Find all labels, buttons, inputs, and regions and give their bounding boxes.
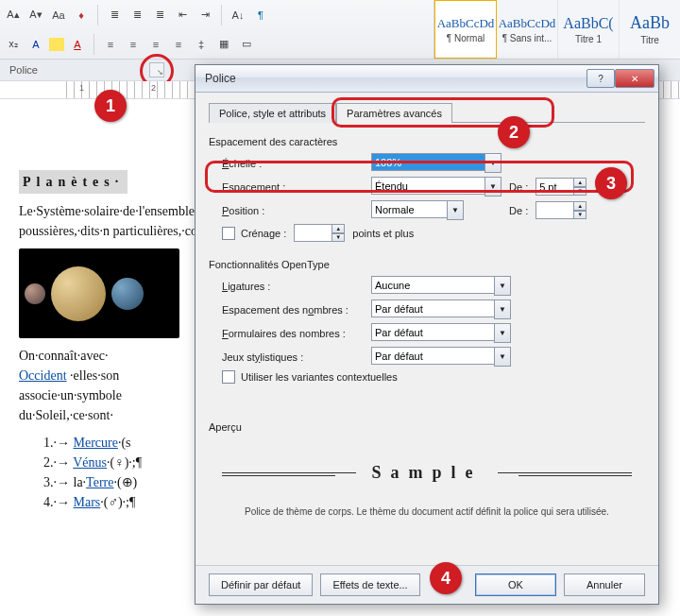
preview-sample: Sample (356, 463, 497, 483)
position-input[interactable] (371, 200, 447, 218)
separator (221, 5, 222, 26)
dialog-titlebar[interactable]: Police ? ✕ (196, 65, 658, 93)
kerning-checkbox[interactable]: Crénage : (222, 227, 286, 240)
highlight-icon[interactable] (49, 38, 64, 51)
spin-up-icon[interactable]: ▲ (573, 201, 586, 211)
kerning-input[interactable] (294, 224, 332, 242)
position-by-input[interactable] (536, 201, 573, 219)
text-effects-button[interactable]: Effets de texte... (320, 573, 419, 596)
chevron-down-icon[interactable]: ▼ (447, 200, 464, 220)
align-left-icon[interactable]: ≡ (101, 35, 120, 54)
ruler-mark: 2 (151, 83, 156, 93)
checkbox-icon[interactable] (222, 370, 235, 384)
grow-font-icon[interactable]: A▴ (4, 6, 23, 25)
chevron-down-icon[interactable]: ▼ (494, 276, 511, 296)
spacing-field[interactable]: ▼ (371, 177, 502, 197)
text-effects-icon[interactable]: A (26, 35, 45, 54)
line-spacing-icon[interactable]: ‡ (192, 35, 211, 54)
shrink-font-icon[interactable]: A▾ (26, 6, 45, 25)
link-venus[interactable]: Vénus (73, 455, 107, 470)
style-sansint[interactable]: AaBbCcDd ¶ Sans int... (497, 0, 558, 59)
clear-format-icon[interactable]: ♦ (72, 6, 91, 25)
numforms-input[interactable] (371, 323, 494, 341)
style-normal[interactable]: AaBbCcDd ¶ Normal (434, 0, 497, 59)
link-mars[interactable]: Mars (74, 495, 101, 509)
tab-font-style[interactable]: Police, style et attributs (209, 103, 336, 123)
separator (97, 5, 98, 26)
link-occident[interactable]: Occident (19, 368, 67, 383)
style-titre1[interactable]: AaBbC( Titre 1 (558, 0, 620, 59)
chevron-down-icon[interactable]: ▼ (494, 323, 511, 343)
set-default-button[interactable]: Définir par défaut (209, 573, 313, 596)
mercury-icon (25, 283, 45, 304)
planets-image (19, 248, 179, 338)
stylistic-field[interactable]: ▼ (371, 347, 511, 367)
position-field[interactable]: ▼ (371, 200, 464, 220)
spin-down-icon[interactable]: ▼ (332, 233, 345, 243)
link-terre[interactable]: Terre (86, 475, 113, 489)
numforms-field[interactable]: ▼ (371, 323, 511, 343)
close-button[interactable]: ✕ (615, 69, 654, 88)
spin-up-icon[interactable]: ▲ (573, 178, 586, 187)
scale-field[interactable]: ▼ (371, 153, 502, 173)
numspacing-field[interactable]: ▼ (371, 299, 511, 319)
spacing-input[interactable] (371, 177, 484, 195)
stylistic-input[interactable] (371, 347, 494, 365)
ok-button[interactable]: OK (475, 573, 556, 596)
font-color-icon[interactable]: A (68, 35, 87, 54)
kerning-field[interactable]: ▲▼ (294, 224, 345, 242)
annotation-badge-2: 2 (498, 116, 530, 148)
indent-icon[interactable]: ⇥ (196, 6, 214, 25)
align-center-icon[interactable]: ≡ (124, 35, 143, 54)
styles-gallery[interactable]: AaBbCcDd ¶ Normal AaBbCcDd ¶ Sans int...… (434, 0, 680, 59)
section-character-spacing: Espacement des caractères (209, 136, 645, 147)
bullets-icon[interactable]: ≣ (105, 6, 124, 25)
context-checkbox[interactable]: Utiliser les variantes contextuelles (222, 370, 398, 384)
help-button[interactable]: ? (586, 69, 615, 88)
list-item: 3.·→ la·Terre·(⊕) (43, 472, 208, 492)
checkbox-icon[interactable] (222, 227, 235, 240)
planet-list: 1.·→ Mercure·(s 2.·→ Vénus·(♀)·;¶ 3.·→ l… (43, 433, 208, 512)
justify-icon[interactable]: ≡ (169, 35, 188, 54)
venus-icon (51, 266, 106, 321)
shading-icon[interactable]: ▦ (214, 35, 233, 54)
doc-title: Planètes· (19, 170, 128, 194)
show-marks-icon[interactable]: ¶ (251, 6, 270, 25)
spacing-by-label: De : (509, 181, 528, 193)
chevron-down-icon[interactable]: ▼ (494, 299, 511, 319)
borders-icon[interactable]: ▭ (237, 35, 256, 54)
numspacing-label: Espacement des nombres : (222, 304, 364, 316)
link-mercure[interactable]: Mercure (74, 436, 118, 450)
change-case-icon[interactable]: Aa (49, 6, 68, 25)
kerning-unit: points et plus (352, 228, 414, 239)
spacing-by-field[interactable]: ▲▼ (536, 178, 586, 196)
align-right-icon[interactable]: ≡ (146, 35, 165, 54)
spin-down-icon[interactable]: ▼ (573, 187, 586, 197)
font-dialog: Police ? ✕ Police, style et attributs Pa… (195, 64, 659, 605)
ligatures-field[interactable]: ▼ (371, 276, 511, 296)
sort-icon[interactable]: A↓ (229, 6, 247, 25)
numbering-icon[interactable]: ≣ (128, 6, 146, 25)
dialog-footer: Définir par défaut Effets de texte... OK… (196, 565, 658, 604)
kerning-label: Crénage : (241, 228, 286, 239)
cancel-button[interactable]: Annuler (564, 573, 645, 596)
ligatures-input[interactable] (371, 276, 494, 294)
numspacing-input[interactable] (371, 299, 494, 317)
document-area[interactable]: Planètes· Le·Système·solaire·de·l'ensemb… (0, 104, 208, 512)
separator (94, 34, 94, 55)
spacing-by-input[interactable] (536, 178, 573, 196)
outdent-icon[interactable]: ⇤ (173, 6, 192, 25)
font-dialog-launcher[interactable]: ↘ (149, 62, 164, 77)
scale-input[interactable] (371, 153, 484, 171)
chevron-down-icon[interactable]: ▼ (494, 347, 511, 367)
sub-super-icon[interactable]: x₂ (4, 35, 23, 54)
preview-box: Sample (222, 444, 632, 501)
chevron-down-icon[interactable]: ▼ (484, 153, 502, 173)
multilevel-icon[interactable]: ≣ (150, 6, 169, 25)
position-by-field[interactable]: ▲▼ (536, 201, 586, 219)
style-titre[interactable]: AaBb Titre (620, 0, 680, 59)
tab-advanced[interactable]: Paramètres avancés (336, 103, 452, 123)
spin-down-icon[interactable]: ▼ (573, 211, 586, 220)
spin-up-icon[interactable]: ▲ (332, 224, 345, 233)
chevron-down-icon[interactable]: ▼ (484, 177, 502, 197)
